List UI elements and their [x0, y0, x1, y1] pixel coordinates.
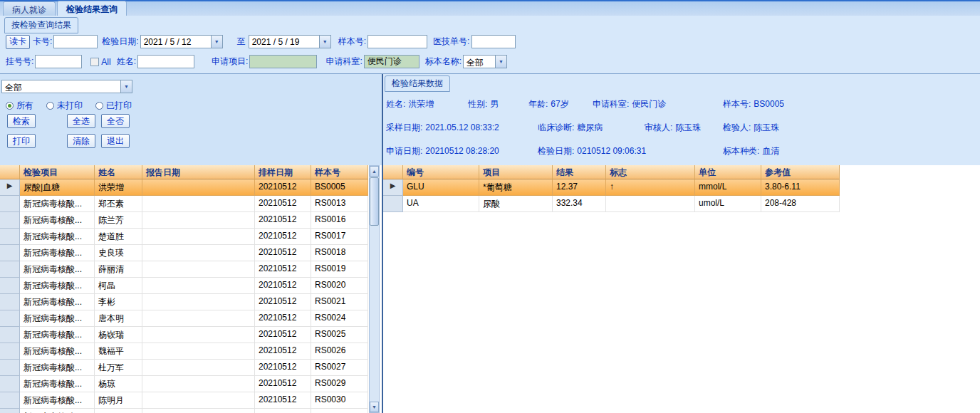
patient-name-label: 姓名:: [386, 99, 405, 109]
sample-no-label: 样本号:: [723, 99, 751, 109]
table-cell: 20210512: [255, 327, 311, 343]
column-header-ref[interactable]: 参考值: [761, 165, 840, 179]
table-cell: GLU: [403, 179, 479, 196]
search-button[interactable]: 检索: [7, 114, 36, 128]
sample-list-row[interactable]: 新冠病毒核酸...杨嵚瑞20210512RS0025: [0, 327, 368, 343]
table-cell: 20210512: [255, 294, 311, 310]
chevron-down-icon[interactable]: ▼: [495, 56, 506, 68]
chevron-down-icon[interactable]: ▼: [319, 36, 330, 48]
column-header-sample-no[interactable]: 样本号: [311, 165, 368, 179]
column-header-item[interactable]: 项目: [479, 165, 553, 179]
tab-patient-visit[interactable]: 病人就诊: [3, 1, 56, 16]
table-cell: RS0013: [311, 196, 368, 212]
patient-age: 年龄:67岁: [528, 98, 569, 110]
reviewer-value: 陈玉珠: [675, 122, 701, 132]
radio-all[interactable]: 所有: [6, 100, 33, 112]
left-table-scrollbar[interactable]: ▲ ▼: [369, 165, 380, 413]
scrollbar-thumb[interactable]: [370, 177, 379, 226]
apply-date: 申请日期:20210512 08:28:20: [386, 145, 499, 157]
result-row[interactable]: UA尿酸332.34umol/L208-428: [383, 196, 840, 212]
table-cell: 12.37: [553, 179, 606, 196]
sample-list-row[interactable]: 新冠病毒核酸...柯晶20210512RS0020: [0, 278, 368, 294]
sample-list-row[interactable]: 新冠病毒核酸...陈明月20210512RS0030: [0, 392, 368, 409]
read-card-button[interactable]: 读卡: [6, 35, 30, 49]
chevron-down-icon[interactable]: ▼: [211, 36, 222, 48]
apply-date-label: 申请日期:: [386, 146, 422, 156]
row-selector-cell: [0, 310, 20, 327]
sample-list-row[interactable]: 新冠病毒核酸...: [0, 409, 368, 413]
date-from-combo[interactable]: 2021 / 5 / 12 ▼: [140, 35, 223, 48]
table-cell: 郑丕素: [95, 196, 142, 212]
apply-item-label: 申请项目:: [212, 56, 248, 68]
column-header-flag[interactable]: 标志: [606, 165, 695, 179]
sample-no-label: 样本号:: [338, 36, 366, 48]
sample-list-row[interactable]: 新冠病毒核酸...薛丽清20210512RS0019: [0, 261, 368, 278]
table-cell: 史良瑛: [95, 245, 142, 261]
table-cell: 20210512: [255, 343, 311, 360]
column-header-result[interactable]: 结果: [553, 165, 606, 179]
collect-date-value: 2021.05.12 08:33:2: [425, 122, 499, 132]
column-header-code[interactable]: 编号: [403, 165, 479, 179]
select-all-button[interactable]: 全选: [67, 114, 95, 128]
table-cell: RS0027: [311, 360, 368, 376]
row-selector-cell: [0, 196, 20, 212]
table-cell: RS0026: [311, 343, 368, 360]
reg-no-input[interactable]: [35, 55, 82, 68]
column-header-unit[interactable]: 单位: [695, 165, 761, 179]
radio-unprinted-label: 未打印: [57, 100, 83, 112]
tab-result-query[interactable]: 检验结果查询: [57, 1, 127, 16]
card-no-label: 卡号:: [33, 36, 52, 48]
chevron-down-icon[interactable]: ▼: [120, 80, 132, 93]
sample-list-row[interactable]: 新冠病毒核酸...杜万军20210512RS0027: [0, 360, 368, 376]
sample-list-row[interactable]: 新冠病毒核酸...楚道胜20210512RS0017: [0, 229, 368, 245]
exit-button[interactable]: 退出: [101, 134, 130, 148]
table-cell: 柯晶: [95, 278, 142, 294]
sample-list-row[interactable]: 新冠病毒核酸...李彬20210512RS0021: [0, 294, 368, 310]
sample-list-row[interactable]: 新冠病毒核酸...魏福平20210512RS0026: [0, 343, 368, 360]
table-cell: 20210512: [255, 212, 311, 229]
sample-list-row[interactable]: 新冠病毒核酸...唐本明20210512RS0024: [0, 310, 368, 327]
column-header-report-date[interactable]: 报告日期: [142, 165, 255, 179]
column-header-test-item[interactable]: 检验项目: [20, 165, 95, 179]
select-none-button[interactable]: 全否: [101, 114, 130, 128]
test-date: 检验日期:0210512 09:06:31: [538, 145, 646, 157]
column-header-sample-date[interactable]: 排样日期: [255, 165, 311, 179]
tab-strip: 病人就诊 检验结果查询: [0, 0, 980, 16]
table-cell: 新冠病毒核酸...: [20, 392, 95, 409]
sample-list-row[interactable]: 新冠病毒核酸...郑丕素20210512RS0013: [0, 196, 368, 212]
table-cell: RS0021: [311, 294, 368, 310]
radio-printed[interactable]: 已打印: [95, 100, 132, 112]
apply-item-input[interactable]: [249, 55, 317, 68]
name-input[interactable]: [137, 55, 194, 68]
result-row[interactable]: ▶GLU*葡萄糖12.37↑mmol/L3.80-6.11: [383, 179, 840, 196]
table-cell: [142, 261, 255, 278]
sample-list-row[interactable]: ▶尿酸|血糖洪荣增20210512BS0005: [0, 179, 368, 196]
table-cell: 新冠病毒核酸...: [20, 261, 95, 278]
table-cell: 陈兰芳: [95, 212, 142, 229]
print-button[interactable]: 打印: [7, 134, 36, 148]
patient-name: 姓名:洪荣增: [386, 98, 434, 110]
radio-unprinted[interactable]: 未打印: [46, 100, 83, 112]
sample-list-row[interactable]: 新冠病毒核酸...陈兰芳20210512RS0016: [0, 212, 368, 229]
specimen-name-label: 标本名称:: [425, 56, 462, 68]
clear-button[interactable]: 清除: [67, 134, 95, 148]
filter-dropdown[interactable]: 全部 ▼: [1, 80, 132, 93]
specimen-name-combo[interactable]: 全部 ▼: [463, 55, 507, 68]
table-cell: RS0018: [311, 245, 368, 261]
sample-no-input[interactable]: [368, 35, 427, 48]
query-group-title: 按检验查询结果: [4, 17, 78, 33]
sample-list-row[interactable]: 新冠病毒核酸...杨琼20210512RS0029: [0, 376, 368, 392]
date-to-combo[interactable]: 2021 / 5 / 19 ▼: [249, 35, 331, 48]
table-cell: 20210512: [255, 392, 311, 409]
column-header-name[interactable]: 姓名: [95, 165, 142, 179]
card-no-input[interactable]: [53, 35, 98, 48]
table-cell: 20210512: [255, 245, 311, 261]
scroll-down-icon[interactable]: ▼: [370, 402, 379, 412]
medtech-no-input[interactable]: [471, 35, 516, 48]
scroll-up-icon[interactable]: ▲: [370, 166, 379, 177]
apply-dept-input[interactable]: [364, 55, 419, 68]
collect-date: 采样日期:2021.05.12 08:33:2: [386, 122, 499, 134]
all-checkbox[interactable]: [90, 58, 99, 66]
sample-list-row[interactable]: 新冠病毒核酸...史良瑛20210512RS0018: [0, 245, 368, 261]
table-cell: 尿酸: [479, 196, 553, 212]
